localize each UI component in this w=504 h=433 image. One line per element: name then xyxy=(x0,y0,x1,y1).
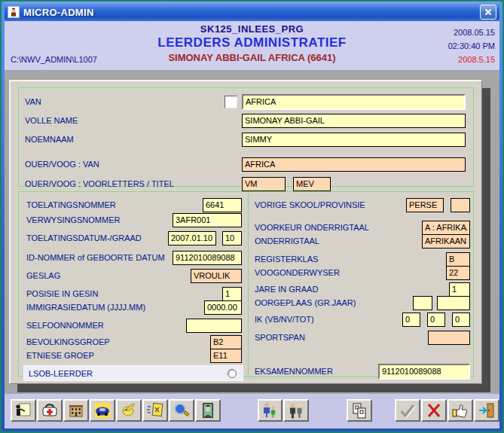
toelatingsdatum-input[interactable] xyxy=(168,231,216,245)
oorgeplaas-label: OORGEPLAAS (GR.JAAR) xyxy=(255,298,413,307)
selfoonnommer-label: SELFOONNOMMER xyxy=(26,321,186,330)
volle-name-input[interactable] xyxy=(242,114,466,128)
date-label: 2008.05.15 xyxy=(448,26,495,39)
ik-tot-input[interactable] xyxy=(452,313,470,327)
window-title: MICRO-ADMIN xyxy=(23,7,94,18)
transport-icon xyxy=(93,401,112,419)
registerklas-label: REGISTERKLAS xyxy=(255,255,446,264)
ouervoog-titel-label: OUER/VOOG : VOORLETTERS / TITEL xyxy=(25,179,242,188)
onderrigtaal-input[interactable] xyxy=(422,234,470,249)
volle-name-label: VOLLE NAME xyxy=(25,116,242,125)
verwysingsnommer-label: VERWYSINGSNOMMER xyxy=(26,215,173,224)
geslag-input[interactable] xyxy=(191,269,242,283)
voorkeur-onderrigtaal-input[interactable] xyxy=(422,221,470,235)
titlebar: MICRO-ADMIN xyxy=(5,2,499,21)
details-section: TOELATINGSNOMMER VERWYSINGSNOMMER TOELAT… xyxy=(18,191,474,377)
ik-nv-input[interactable] xyxy=(427,313,445,327)
lsob-label: LSOB-LEERDER xyxy=(29,369,93,378)
van-checkbox[interactable] xyxy=(225,96,237,108)
thumbs-up-icon xyxy=(451,401,470,419)
teacher-board-icon xyxy=(14,401,33,419)
geslag-label: GESLAG xyxy=(26,271,191,280)
ouervoog-van-label: OUER/VOOG : VAN xyxy=(25,160,242,169)
noemnaam-label: NOEMNAAM xyxy=(25,135,242,144)
jare-in-graad-label: JARE IN GRAAD xyxy=(255,285,449,294)
school-building-button[interactable] xyxy=(63,399,89,422)
close-button[interactable] xyxy=(480,5,496,20)
lsob-radio[interactable] xyxy=(228,369,237,378)
cancel-button[interactable] xyxy=(421,399,447,422)
sportspan-label: SPORTSPAN xyxy=(255,333,428,342)
jare-in-graad-input[interactable] xyxy=(449,282,470,297)
form-panel: VAN VOLLE NAME NOEMNAAM OUER/VOOG : VAN xyxy=(9,80,482,384)
van-label: VAN xyxy=(25,97,225,106)
immigrasiedatum-input[interactable] xyxy=(204,300,242,315)
thumbs-up-button[interactable] xyxy=(447,399,473,422)
family-button[interactable] xyxy=(258,399,283,422)
bird-button[interactable] xyxy=(116,399,142,422)
provinsie-input[interactable] xyxy=(451,198,470,212)
teacher-board-button[interactable] xyxy=(11,399,36,422)
toolbar xyxy=(5,394,499,428)
ouervoog-van-input[interactable] xyxy=(242,157,466,172)
graad-input[interactable] xyxy=(222,231,242,245)
confirm-button[interactable] xyxy=(395,399,420,422)
header-dates: 2008.05.15 02:30:40 PM 2008.5.15 xyxy=(448,26,495,66)
verwysingsnommer-input[interactable] xyxy=(173,213,242,227)
van-input[interactable] xyxy=(242,94,466,110)
exit-door-icon xyxy=(477,401,496,419)
toelatingsnommer-input[interactable] xyxy=(203,198,242,212)
oorgeplaas-jaar-input[interactable] xyxy=(437,296,470,310)
oorgeplaas-gr-input[interactable] xyxy=(413,296,432,310)
eksamennommer-label: EKSAMENNOMMER xyxy=(255,367,378,376)
micro-admin-window: MICRO-ADMIN SK125_INLEES_PRG LEERDERS AD… xyxy=(0,0,504,433)
bevolkingsgroep-label: BEVOLKINGSGROEP xyxy=(26,337,210,346)
voogonderwyser-input[interactable] xyxy=(446,266,470,280)
noemnaam-input[interactable] xyxy=(242,133,466,147)
id-nommer-input[interactable] xyxy=(173,251,242,265)
cancel-x-icon xyxy=(424,401,444,419)
exit-button[interactable] xyxy=(474,399,499,422)
bird-icon xyxy=(119,401,139,419)
lsob-strip: LSOB-LEERDER xyxy=(23,365,243,381)
vorige-skool-input[interactable] xyxy=(406,198,444,212)
medical-bag-icon xyxy=(40,401,60,419)
leave-note-icon xyxy=(145,401,165,419)
titel-input[interactable] xyxy=(293,177,331,191)
content-area: VAN VOLLE NAME NOEMNAAM OUER/VOOG : VAN xyxy=(5,71,499,394)
posisie-label: POSISIE IN GESIN xyxy=(26,289,222,298)
registerklas-input[interactable] xyxy=(446,252,470,267)
app-icon xyxy=(8,6,20,18)
toelatingsnommer-label: TOELATINGSNOMMER xyxy=(26,200,203,209)
transport-button[interactable] xyxy=(90,399,115,422)
photo-button[interactable] xyxy=(195,399,221,422)
school-group: VORIGE SKOOL/PROVINSIE VOORKEUR ONDERRIG… xyxy=(248,191,474,377)
eksamennommer-input[interactable] xyxy=(378,364,470,380)
search-button[interactable] xyxy=(169,399,194,422)
header: SK125_INLEES_PRG LEERDERS ADMINISTRATIEF… xyxy=(5,21,499,71)
date-alt-label: 2008.5.15 xyxy=(448,53,495,66)
posisie-input[interactable] xyxy=(222,287,242,301)
immigrasiedatum-label: IMMIGRASIEDATUM (JJJJ.MM) xyxy=(26,303,204,312)
bevolkingsgroep-input[interactable] xyxy=(210,335,242,349)
sportspan-input[interactable] xyxy=(428,331,470,345)
leave-note-button[interactable] xyxy=(142,399,168,422)
voorkeur-onderrigtaal-label: VOORKEUR ONDERRIGTAAL xyxy=(255,223,422,232)
copy-button[interactable] xyxy=(347,399,372,422)
selfoonnommer-input[interactable] xyxy=(186,319,242,333)
school-building-icon xyxy=(66,401,86,419)
toelatingsdatum-label: TOELATINGSDATUM-/GRAAD xyxy=(26,233,168,242)
page-title: LEERDERS ADMINISTRATIEF xyxy=(5,35,499,50)
medical-bag-button[interactable] xyxy=(37,399,63,422)
program-code: SK125_INLEES_PRG xyxy=(5,23,499,35)
id-nommer-label: ID-NOMMER of GEBOORTE DATUM xyxy=(26,253,173,262)
etniese-groep-input[interactable] xyxy=(210,349,242,363)
learners-button[interactable] xyxy=(283,399,309,422)
ik-vb-input[interactable] xyxy=(402,313,420,327)
personal-info-group: VAN VOLLE NAME NOEMNAAM OUER/VOOG : VAN xyxy=(18,87,474,187)
learners-icon xyxy=(286,401,306,419)
voorletters-input[interactable] xyxy=(242,177,286,191)
voogonderwyser-label: VOOGONDERWYSER xyxy=(255,268,446,277)
admission-group: TOELATINGSNOMMER VERWYSINGSNOMMER TOELAT… xyxy=(18,191,249,377)
database-path: C:\NWV_ADMIN\L1007 xyxy=(11,55,97,64)
